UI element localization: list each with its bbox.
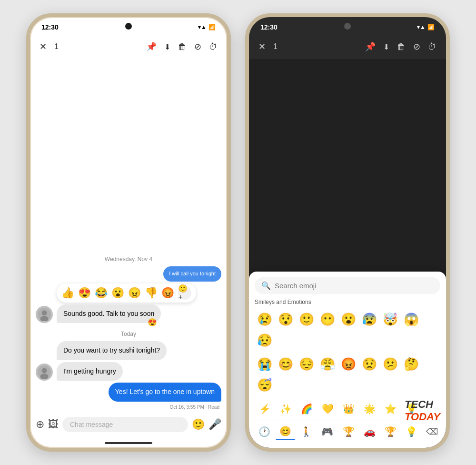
emoji-category-bar: 🕐 😊 🚶 🎮 🏆 🚗 🏆 💡 ⌫: [255, 421, 440, 442]
emoji-2[interactable]: 😯: [276, 309, 296, 329]
search-icon: 🔍: [261, 281, 271, 290]
cat-smileys[interactable]: 😊: [276, 423, 295, 440]
emoji-grid-row2: 😭 😊 😔 😤 😡 😟 😕 🤔 😴: [255, 354, 440, 395]
camera-notch-right: [344, 23, 351, 30]
signal-icon-right: 📶: [427, 24, 435, 30]
chat-input[interactable]: Chat message: [62, 417, 188, 432]
reaction-angry[interactable]: 😠: [128, 287, 141, 299]
selection-count: 1: [54, 42, 59, 51]
emoji-category-label: Smileys and Emotions: [255, 299, 440, 305]
cat-activities[interactable]: 🎮: [318, 423, 337, 440]
add-icon[interactable]: ⊕: [36, 418, 44, 431]
emoji-14[interactable]: 😡: [338, 354, 358, 374]
pin-icon[interactable]: 📌: [146, 41, 157, 52]
cat-people[interactable]: 🚶: [297, 423, 316, 440]
emoji-search-input[interactable]: [275, 282, 434, 290]
emoji-10[interactable]: 😭: [255, 354, 275, 374]
emoji-search-bar[interactable]: 🔍: [255, 277, 440, 294]
block-icon[interactable]: ⊘: [194, 41, 201, 52]
bubble-received-3: I'm getting hungry: [57, 362, 123, 381]
emoji-15[interactable]: 😟: [359, 354, 379, 374]
home-indicator-left: [30, 438, 227, 448]
bubble-sent-1: Yes! Let's go to the one in uptown: [109, 383, 221, 402]
emoji-12[interactable]: 😔: [297, 354, 317, 374]
reaction-thumbsdown[interactable]: 👎: [145, 287, 158, 299]
cat-flags[interactable]: 💡: [402, 423, 421, 440]
emoji-17[interactable]: 🤔: [401, 354, 421, 374]
delete-icon[interactable]: 🗑: [178, 42, 187, 52]
reaction-rage[interactable]: 😡: [161, 287, 174, 299]
bubble-received-2: Do you want to try sushi tonight?: [57, 341, 167, 360]
image-icon[interactable]: 🖼: [48, 418, 59, 431]
avatar-2: [36, 364, 53, 381]
phone-screen-right: 12:30 ▾▲ 📶 ✕ 1 📌 ⬇ 🗑 ⊘ ⏱: [249, 17, 446, 448]
reaction-add-button[interactable]: 🙂+: [178, 286, 191, 300]
archive-icon[interactable]: ⬇: [164, 42, 170, 51]
emoji-delete-button[interactable]: ⌫: [423, 423, 440, 440]
emoji-11[interactable]: 😊: [276, 354, 296, 374]
emoji-18[interactable]: 😴: [255, 375, 275, 395]
cat-objects[interactable]: 🚗: [360, 423, 379, 440]
emoji-4[interactable]: 😶: [317, 309, 337, 329]
status-bar-left: 12:30 ▾▲ 📶: [30, 17, 227, 34]
msg-sent-1: Yes! Let's go to the one in uptown: [36, 383, 221, 402]
watermark: TECH TODAY: [405, 398, 440, 423]
camera-notch-left: [125, 23, 132, 30]
emoji-8[interactable]: 😱: [401, 309, 421, 329]
signal-icon: 📶: [208, 24, 216, 30]
watermark-tech: TECH: [405, 398, 433, 410]
archive-icon-right[interactable]: ⬇: [383, 42, 389, 51]
close-button[interactable]: ✕: [40, 41, 47, 52]
close-button-right[interactable]: ✕: [258, 41, 266, 52]
reaction-laugh[interactable]: 😂: [95, 287, 108, 299]
reaction-heart-eyes[interactable]: 😍: [78, 287, 91, 299]
emoji-5[interactable]: 😮: [338, 309, 358, 329]
msg-received-1: Sounds good. Talk to you soon 😍: [36, 304, 221, 323]
selection-count-right: 1: [273, 42, 278, 51]
wifi-icon-right: ▾▲: [417, 24, 426, 30]
phone-frame-left: 12:30 ▾▲ 📶 ✕ 1 📌 ⬇ 🗑 ⊘ ⏱ Wednesda: [26, 13, 231, 452]
emoji-23[interactable]: 👑: [338, 399, 358, 419]
cat-symbols[interactable]: 🏆: [381, 423, 400, 440]
msg-received-3: I'm getting hungry: [36, 362, 221, 381]
status-bar-right: 12:30 ▾▲ 📶: [249, 17, 446, 34]
emoji-3[interactable]: 🙂: [297, 309, 317, 329]
toolbar-right: ✕ 1 📌 ⬇ 🗑 ⊘ ⏱: [249, 34, 446, 59]
emoji-6[interactable]: 😰: [359, 309, 379, 329]
timer-icon-right[interactable]: ⏱: [428, 42, 436, 52]
block-icon-right[interactable]: ⊘: [413, 41, 420, 52]
emoji-9[interactable]: 😥: [255, 330, 275, 350]
wifi-icon: ▾▲: [198, 24, 207, 30]
svg-point-1: [42, 311, 47, 316]
chat-area-left: Wednesday, Nov 4 I will call you tonight…: [30, 59, 227, 410]
reaction-wow[interactable]: 😮: [111, 287, 124, 299]
emoji-22[interactable]: 💛: [317, 399, 337, 419]
emoji-20[interactable]: ✨: [276, 399, 296, 419]
left-phone: 12:30 ▾▲ 📶 ✕ 1 📌 ⬇ 🗑 ⊘ ⏱ Wednesda: [26, 13, 231, 452]
cat-recent[interactable]: 🕐: [255, 423, 274, 440]
timer-icon[interactable]: ⏱: [209, 42, 218, 52]
phone-frame-right: 12:30 ▾▲ 📶 ✕ 1 📌 ⬇ 🗑 ⊘ ⏱: [245, 13, 450, 452]
emoji-21[interactable]: 🌈: [297, 399, 317, 419]
emoji-13[interactable]: 😤: [317, 354, 337, 374]
watermark-today: TODAY: [405, 411, 440, 423]
emoji-7[interactable]: 🤯: [380, 309, 400, 329]
emoji-16[interactable]: 😕: [380, 354, 400, 374]
bubble-reaction-1: 😍: [148, 318, 157, 327]
emoji-icon[interactable]: 🙂: [192, 418, 205, 431]
pin-icon-right[interactable]: 📌: [365, 41, 376, 52]
toolbar-left: ✕ 1 📌 ⬇ 🗑 ⊘ ⏱: [30, 34, 227, 59]
status-time-right: 12:30: [260, 23, 278, 31]
message-meta: Oct 16, 3:55 PM · Read: [36, 404, 221, 410]
emoji-25[interactable]: ⭐: [380, 399, 400, 419]
svg-point-4: [42, 368, 47, 374]
right-phone: 12:30 ▾▲ 📶 ✕ 1 📌 ⬇ 🗑 ⊘ ⏱: [245, 13, 450, 452]
emoji-24[interactable]: 🌟: [359, 399, 379, 419]
emoji-1[interactable]: 😢: [255, 309, 275, 329]
emoji-19[interactable]: ⚡: [255, 399, 275, 419]
home-bar-left: [105, 442, 152, 444]
delete-icon-right[interactable]: 🗑: [397, 42, 406, 52]
reaction-thumbsup[interactable]: 👍: [61, 287, 74, 299]
cat-travel[interactable]: 🏆: [339, 423, 358, 440]
voice-icon[interactable]: 🎤: [208, 418, 221, 431]
